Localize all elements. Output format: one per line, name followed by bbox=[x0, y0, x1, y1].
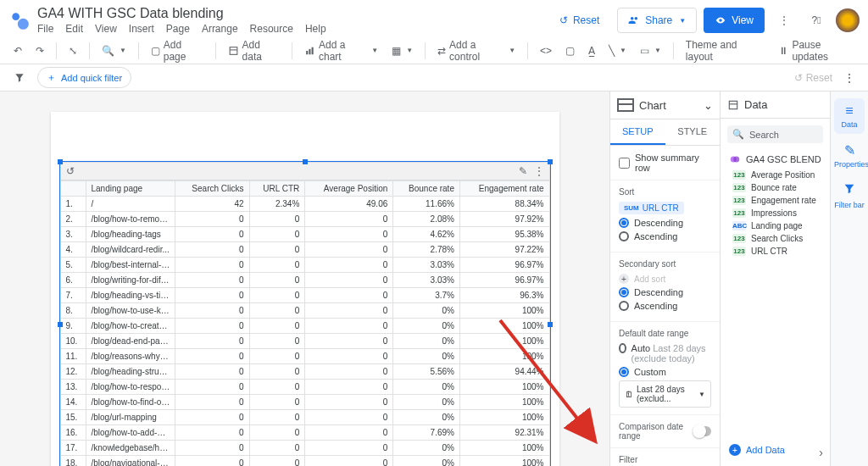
field-row[interactable]: 123Bounce rate bbox=[721, 181, 830, 194]
secondary-sort-descending-radio[interactable]: Descending bbox=[619, 287, 711, 297]
date-range-picker[interactable]: 🗓 Last 28 days (exclud... ▼ bbox=[619, 380, 711, 408]
table-header-cell[interactable]: URL CTR bbox=[249, 181, 305, 197]
table-row[interactable]: 16./blog/how-to-add-an...0007.69%92.31% bbox=[60, 425, 549, 441]
table-row[interactable]: 17./knowledgebase/ho...0000%100% bbox=[60, 441, 549, 456]
table-row[interactable]: 10./blog/dead-end-pages0000%100% bbox=[60, 334, 549, 349]
undo-button[interactable]: ↶ bbox=[8, 42, 27, 60]
date-custom-radio[interactable]: Custom bbox=[619, 367, 711, 377]
table-header-cell[interactable] bbox=[60, 181, 86, 197]
rail-filter-bar[interactable]: Filter bar bbox=[834, 177, 865, 214]
table-header-cell[interactable]: Bounce rate bbox=[393, 181, 460, 197]
table-row[interactable]: 12./blog/heading-struct...0005.56%94.44% bbox=[60, 364, 549, 380]
menu-arrange[interactable]: Arrange bbox=[202, 23, 238, 35]
url-embed-button[interactable]: <> bbox=[535, 42, 557, 60]
tab-setup[interactable]: SETUP bbox=[610, 119, 665, 145]
show-summary-row-checkbox[interactable]: Show summary row bbox=[619, 153, 711, 173]
menu-edit[interactable]: Edit bbox=[65, 23, 83, 35]
rail-properties[interactable]: ✎Properties bbox=[834, 137, 865, 174]
table-row[interactable]: 1./422.34%49.0611.66%88.34% bbox=[60, 197, 549, 212]
table-more-icon[interactable]: ⋮ bbox=[534, 165, 544, 177]
eye-icon bbox=[715, 14, 726, 26]
comparison-date-toggle[interactable] bbox=[693, 426, 711, 436]
svg-rect-8 bbox=[729, 101, 737, 108]
table-row[interactable]: 9./blog/how-to-create-...0000%100% bbox=[60, 319, 549, 334]
field-row[interactable]: 123Impressions bbox=[721, 207, 830, 219]
selection-tool-button[interactable]: ⤡ bbox=[64, 42, 82, 60]
table-row[interactable]: 8./blog/how-to-use-ke...0000%100% bbox=[60, 303, 549, 319]
add-sort-button[interactable]: +Add sort bbox=[619, 274, 711, 284]
report-canvas[interactable]: ↺ ✎ ⋮ Landing pageSearch ClicksURL CTRAv… bbox=[0, 92, 609, 466]
reset-button[interactable]: ↺ Reset bbox=[548, 8, 610, 33]
menu-resource[interactable]: Resource bbox=[250, 23, 293, 35]
user-avatar[interactable] bbox=[836, 8, 860, 32]
add-page-button[interactable]: ▢ Add page bbox=[146, 36, 209, 66]
image-button[interactable]: ▢ bbox=[560, 42, 580, 60]
field-row[interactable]: ABCLanding page bbox=[721, 219, 830, 232]
table-row[interactable]: 4./blog/wildcard-redir...0002.78%97.22% bbox=[60, 242, 549, 258]
table-header-cell[interactable]: Landing page bbox=[86, 181, 175, 197]
svg-rect-5 bbox=[309, 48, 311, 53]
calendar-icon: 🗓 bbox=[625, 390, 633, 399]
redo-button[interactable]: ↷ bbox=[31, 42, 49, 60]
sort-field-chip[interactable]: SUM URL CTR bbox=[619, 202, 684, 214]
add-quick-filter-chip[interactable]: ＋ Add quick filter bbox=[37, 67, 131, 88]
text-button[interactable]: A̲ bbox=[583, 42, 600, 60]
table-row[interactable]: 7./blog/heading-vs-titl...0003.7%96.3% bbox=[60, 288, 549, 303]
table-row[interactable]: 2./blog/how-to-remov...0002.08%97.92% bbox=[60, 212, 549, 227]
field-label: Average Position bbox=[751, 170, 815, 180]
menu-page[interactable]: Page bbox=[166, 23, 190, 35]
sort-ascending-radio[interactable]: Ascending bbox=[619, 231, 711, 241]
table-row[interactable]: 15./blog/url-mapping0000%100% bbox=[60, 410, 549, 425]
table-row[interactable]: 3./blog/heading-tags0004.62%95.38% bbox=[60, 227, 549, 242]
fields-search-input[interactable]: 🔍 Search bbox=[727, 125, 823, 143]
table-header-cell[interactable]: Average Position bbox=[305, 181, 393, 197]
line-button[interactable]: ╲▼ bbox=[604, 42, 632, 60]
zoom-button[interactable]: 🔍▼ bbox=[97, 42, 131, 60]
table-header-cell[interactable]: Engagement rate bbox=[459, 181, 549, 197]
data-fields-panel: Data 🔍 Search GA4 GSC BLEND 123Average P… bbox=[721, 92, 831, 466]
community-viz-button[interactable]: ▦▼ bbox=[387, 42, 418, 60]
field-row[interactable]: 123Average Position bbox=[721, 169, 830, 181]
filterbar-more-icon[interactable]: ⋮ bbox=[839, 69, 860, 87]
rail-data[interactable]: ≡Data bbox=[834, 98, 865, 134]
help-button[interactable]: ?⃝ bbox=[804, 8, 829, 33]
table-row[interactable]: 13./blog/how-to-respon...0000%100% bbox=[60, 380, 549, 395]
add-control-button[interactable]: ⇄ Add a control▼ bbox=[432, 36, 520, 66]
field-row[interactable]: 123Search Clicks bbox=[721, 232, 830, 245]
table-row[interactable]: 6./blog/writing-for-diff...0003.03%96.97… bbox=[60, 273, 549, 288]
add-data-button[interactable]: Add data bbox=[223, 36, 286, 66]
more-options-button[interactable]: ⋮ bbox=[771, 8, 797, 33]
add-chart-button[interactable]: Add a chart▼ bbox=[299, 36, 383, 66]
pause-updates-button[interactable]: ⏸ Pause updates bbox=[773, 36, 860, 66]
svg-point-11 bbox=[733, 157, 739, 163]
table-row[interactable]: 5./blog/best-internal-li...0003.03%96.97… bbox=[60, 258, 549, 273]
add-data-footer-button[interactable]: + Add Data bbox=[721, 439, 793, 461]
menu-insert[interactable]: Insert bbox=[129, 23, 154, 35]
table-row[interactable]: 14./blog/how-to-find-ou...0000%100% bbox=[60, 395, 549, 410]
theme-layout-button[interactable]: Theme and layout bbox=[681, 36, 767, 66]
share-button[interactable]: Share ▼ bbox=[617, 8, 697, 33]
table-edit-icon[interactable]: ✎ bbox=[519, 165, 527, 177]
add-data-icon bbox=[228, 45, 239, 57]
sort-descending-radio[interactable]: Descending bbox=[619, 218, 711, 228]
menu-view[interactable]: View bbox=[95, 23, 117, 35]
table-reset-icon[interactable]: ↺ bbox=[66, 165, 75, 177]
shape-button[interactable]: ▭▼ bbox=[635, 42, 666, 60]
menu-file[interactable]: File bbox=[37, 23, 53, 35]
table-chart-widget[interactable]: ↺ ✎ ⋮ Landing pageSearch ClicksURL CTRAv… bbox=[59, 161, 551, 466]
chart-type-expand-icon[interactable]: ⌄ bbox=[704, 99, 713, 112]
expand-panel-icon[interactable]: › bbox=[819, 446, 823, 459]
table-row[interactable]: 18./blog/navigational-v...0000%100% bbox=[60, 456, 549, 467]
filter-icon[interactable] bbox=[8, 69, 31, 87]
tab-style[interactable]: STYLE bbox=[665, 119, 721, 145]
secondary-sort-ascending-radio[interactable]: Ascending bbox=[619, 301, 711, 311]
field-row[interactable]: 123URL CTR bbox=[721, 245, 830, 258]
field-row[interactable]: 123Engagement rate bbox=[721, 194, 830, 207]
date-auto-radio[interactable]: Auto Last 28 days (exclude today) bbox=[619, 343, 711, 363]
data-source-row[interactable]: GA4 GSC BLEND bbox=[721, 150, 830, 169]
menu-help[interactable]: Help bbox=[305, 23, 326, 35]
table-row[interactable]: 11./blog/reasons-why-y...0000%100% bbox=[60, 349, 549, 364]
table-header-cell[interactable]: Search Clicks bbox=[175, 181, 249, 197]
view-button[interactable]: View bbox=[704, 8, 765, 33]
document-title[interactable]: GA4 WITH GSC Data blending bbox=[37, 6, 548, 21]
